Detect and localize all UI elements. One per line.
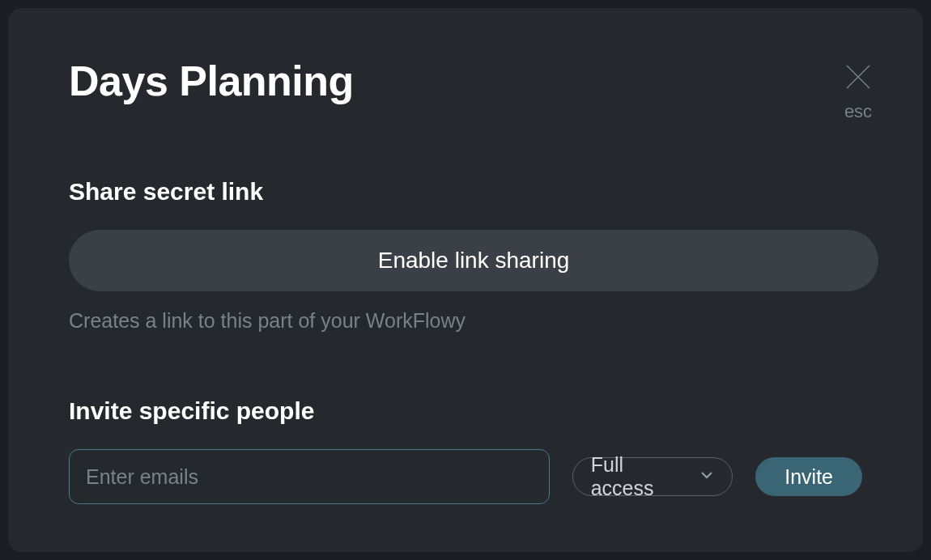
- invite-people-heading: Invite specific people: [69, 397, 862, 425]
- enable-link-sharing-button[interactable]: Enable link sharing: [69, 230, 878, 291]
- share-link-heading: Share secret link: [69, 178, 862, 206]
- share-modal: esc Days Planning Share secret link Enab…: [8, 8, 923, 552]
- close-icon: [842, 61, 874, 96]
- close-button[interactable]: esc: [842, 61, 874, 122]
- share-link-hint: Creates a link to this part of your Work…: [69, 309, 862, 333]
- access-level-dropdown[interactable]: Full access: [572, 457, 733, 496]
- invite-button[interactable]: Invite: [755, 457, 862, 496]
- modal-title: Days Planning: [69, 57, 862, 105]
- close-label: esc: [844, 101, 872, 122]
- access-level-label: Full access: [591, 453, 689, 500]
- chevron-down-icon: [699, 468, 714, 486]
- email-input[interactable]: [69, 449, 550, 504]
- invite-row: Full access Invite: [69, 449, 862, 504]
